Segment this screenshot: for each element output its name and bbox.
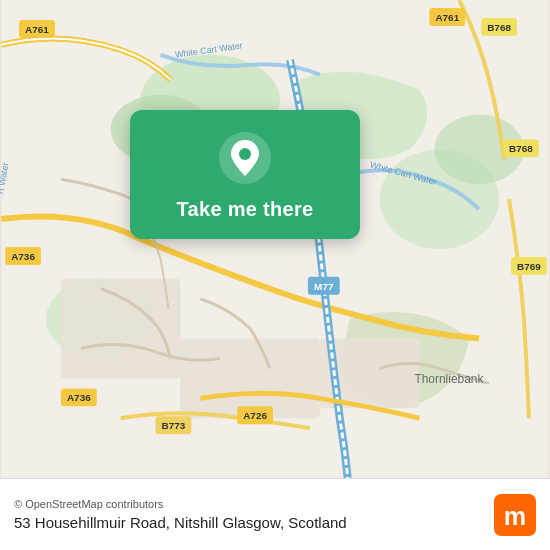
info-left: © OpenStreetMap contributors 53 Househil… bbox=[14, 498, 347, 531]
moovit-logo: m bbox=[494, 494, 536, 536]
svg-text:B773: B773 bbox=[162, 420, 186, 431]
svg-text:A736: A736 bbox=[11, 251, 35, 262]
osm-credit: © OpenStreetMap contributors bbox=[14, 498, 347, 510]
svg-text:B768: B768 bbox=[509, 143, 533, 154]
app-container: A761 A761 B768 B768 A736 A736 M77 B773 bbox=[0, 0, 550, 550]
map-area: A761 A761 B768 B768 A736 A736 M77 B773 bbox=[0, 0, 550, 478]
take-me-there-button[interactable]: Take me there bbox=[177, 198, 314, 221]
svg-text:A726: A726 bbox=[243, 410, 267, 421]
moovit-logo-svg: m bbox=[494, 494, 536, 536]
svg-text:Thornliebank: Thornliebank bbox=[414, 372, 483, 386]
svg-text:M77: M77 bbox=[314, 281, 334, 292]
svg-text:m: m bbox=[504, 501, 526, 529]
address-text: 53 Househillmuir Road, Nitshill Glasgow,… bbox=[14, 514, 347, 531]
svg-text:A761: A761 bbox=[25, 24, 49, 35]
svg-point-34 bbox=[239, 148, 251, 160]
svg-rect-6 bbox=[61, 279, 181, 379]
svg-text:B768: B768 bbox=[487, 22, 511, 33]
svg-text:A736: A736 bbox=[67, 392, 91, 403]
svg-text:A761: A761 bbox=[435, 12, 459, 23]
location-card: Take me there bbox=[130, 110, 360, 239]
map-svg: A761 A761 B768 B768 A736 A736 M77 B773 bbox=[0, 0, 550, 478]
info-bar: © OpenStreetMap contributors 53 Househil… bbox=[0, 478, 550, 550]
svg-text:B769: B769 bbox=[517, 261, 541, 272]
location-pin-icon bbox=[219, 132, 271, 184]
